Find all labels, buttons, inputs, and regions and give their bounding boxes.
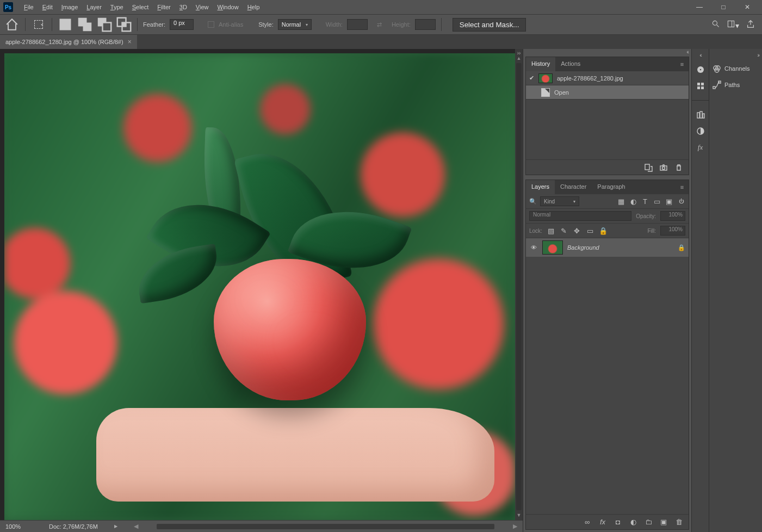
document-tab-close-icon[interactable]: ×: [128, 38, 132, 46]
lock-all-icon[interactable]: 🔒: [599, 226, 608, 235]
tab-actions[interactable]: Actions: [555, 57, 586, 71]
collapsed-dock-column: ‹‹ fx: [691, 49, 709, 532]
lock-transparent-icon[interactable]: ▧: [547, 226, 555, 235]
width-label: Width:: [326, 21, 343, 28]
filter-pixel-icon[interactable]: ▦: [617, 197, 625, 206]
menu-image[interactable]: Image: [57, 2, 83, 13]
menu-select[interactable]: Select: [128, 2, 153, 13]
window-minimize-button[interactable]: —: [691, 2, 708, 13]
channels-label: Channels: [724, 65, 749, 72]
canvas[interactable]: [4, 53, 515, 520]
layer-thumbnail[interactable]: [542, 240, 563, 255]
filter-toggle-icon[interactable]: ⏻: [677, 197, 685, 206]
svg-rect-10: [645, 164, 649, 170]
styles-panel-icon[interactable]: fx: [696, 143, 705, 152]
selection-add-icon[interactable]: [77, 17, 92, 32]
menu-layer[interactable]: Layer: [82, 2, 106, 13]
filter-type-icon[interactable]: T: [641, 197, 649, 206]
layers-panel-menu-icon[interactable]: ≡: [676, 180, 689, 194]
layer-style-icon[interactable]: fx: [598, 518, 607, 527]
lock-position-icon[interactable]: ✥: [573, 226, 581, 235]
window-maximize-button[interactable]: □: [715, 2, 732, 13]
svg-rect-26: [713, 86, 715, 89]
create-snapshot-icon[interactable]: [659, 163, 668, 172]
horizontal-scrollbar[interactable]: [157, 524, 494, 529]
history-snapshot-row[interactable]: ✔ apple-2788662_1280.jpg: [526, 71, 689, 85]
tab-layers[interactable]: Layers: [526, 180, 555, 194]
tab-paragraph[interactable]: Paragraph: [592, 180, 630, 194]
channels-panel-button[interactable]: Channels: [713, 63, 759, 74]
svg-rect-9: [728, 21, 734, 27]
menu-3d[interactable]: 3D: [175, 2, 191, 13]
window-close-button[interactable]: ✕: [739, 2, 755, 13]
selection-subtract-icon[interactable]: [97, 17, 112, 32]
adjustment-layer-icon[interactable]: ◐: [629, 518, 637, 527]
delete-layer-icon[interactable]: 🗑: [674, 518, 683, 527]
history-panel-menu-icon[interactable]: ≡: [676, 57, 689, 71]
history-brush-icon: ✔: [529, 75, 534, 82]
layer-row[interactable]: 👁 Background 🔒: [526, 238, 689, 257]
menu-help[interactable]: Help: [243, 2, 264, 13]
panel-collapse-left-icon[interactable]: ‹‹: [523, 49, 691, 54]
vertical-scrollbar[interactable]: ›› ▲ ▼: [515, 49, 523, 520]
selection-intersect-icon[interactable]: [116, 17, 132, 32]
select-and-mask-button[interactable]: Select and Mask...: [453, 18, 526, 32]
layer-mask-icon[interactable]: ◘: [614, 518, 622, 527]
paths-panel-button[interactable]: Paths: [713, 79, 759, 90]
menu-type[interactable]: Type: [106, 2, 128, 13]
tab-history[interactable]: History: [526, 57, 555, 71]
marquee-tool-icon[interactable]: ▾: [31, 17, 46, 32]
menu-filter[interactable]: Filter: [153, 2, 175, 13]
filter-smart-icon[interactable]: ▣: [665, 197, 673, 206]
link-layers-icon[interactable]: ∞: [583, 518, 592, 527]
svg-rect-0: [60, 19, 71, 30]
layer-visibility-icon[interactable]: 👁: [529, 244, 538, 251]
delete-state-icon[interactable]: [674, 163, 683, 172]
panel-collapse-icon[interactable]: ››: [515, 51, 523, 55]
menu-bar: Ps File Edit Image Layer Type Select Fil…: [0, 0, 762, 14]
home-button[interactable]: [4, 17, 20, 32]
history-snapshot-label: apple-2788662_1280.jpg: [557, 75, 623, 82]
adjustments-panel-icon[interactable]: [696, 127, 705, 135]
height-label: Height:: [392, 21, 411, 28]
svg-rect-16: [701, 83, 704, 85]
style-select[interactable]: Normal▾: [278, 19, 312, 30]
svg-rect-20: [700, 112, 702, 118]
workspace-switcher-icon[interactable]: ▾: [727, 20, 739, 30]
menu-file[interactable]: File: [20, 2, 38, 13]
photoshop-logo-icon: Ps: [3, 2, 13, 12]
fill-value: 100%: [660, 226, 685, 236]
selection-new-icon[interactable]: [58, 17, 73, 32]
dock-collapse-icon[interactable]: ‹‹: [699, 52, 701, 58]
new-layer-icon[interactable]: ▣: [659, 518, 668, 527]
create-document-from-state-icon[interactable]: [644, 163, 653, 172]
color-panel-icon[interactable]: [696, 65, 705, 74]
options-bar: ▾ Feather: 0 px Anti-alias Style: Normal…: [0, 14, 762, 35]
swatches-panel-icon[interactable]: [696, 82, 705, 90]
layer-lock-icon[interactable]: 🔒: [678, 244, 685, 251]
history-step-label: Open: [554, 89, 569, 96]
menu-view[interactable]: View: [191, 2, 213, 13]
search-icon[interactable]: [711, 20, 720, 30]
svg-rect-19: [697, 113, 699, 118]
zoom-level[interactable]: 100%: [5, 523, 33, 530]
share-icon[interactable]: [746, 19, 755, 30]
collapsed-dock-wide: ›› Channels Paths: [709, 49, 762, 532]
libraries-panel-icon[interactable]: [696, 110, 705, 119]
layer-group-icon[interactable]: 🗀: [644, 518, 653, 527]
tab-character[interactable]: Character: [555, 180, 592, 194]
layer-filter-kind[interactable]: Kind▾: [540, 196, 579, 206]
lock-artboard-icon[interactable]: ▭: [586, 226, 594, 235]
layer-name[interactable]: Background: [567, 244, 599, 251]
filter-adjust-icon[interactable]: ◐: [629, 197, 637, 206]
doc-size-info[interactable]: Doc: 2,76M/2,76M: [49, 523, 98, 530]
history-step-row[interactable]: Open: [526, 85, 689, 100]
lock-image-icon[interactable]: ✎: [560, 226, 568, 235]
paths-label: Paths: [724, 82, 740, 88]
filter-shape-icon[interactable]: ▭: [653, 197, 661, 206]
menu-edit[interactable]: Edit: [38, 2, 57, 13]
dock-wide-collapse-icon[interactable]: ››: [713, 52, 759, 58]
feather-input[interactable]: 0 px: [170, 19, 194, 30]
menu-window[interactable]: Window: [213, 2, 243, 13]
document-tab[interactable]: apple-2788662_1280.jpg @ 100% (RGB/8#) ×: [0, 35, 137, 49]
